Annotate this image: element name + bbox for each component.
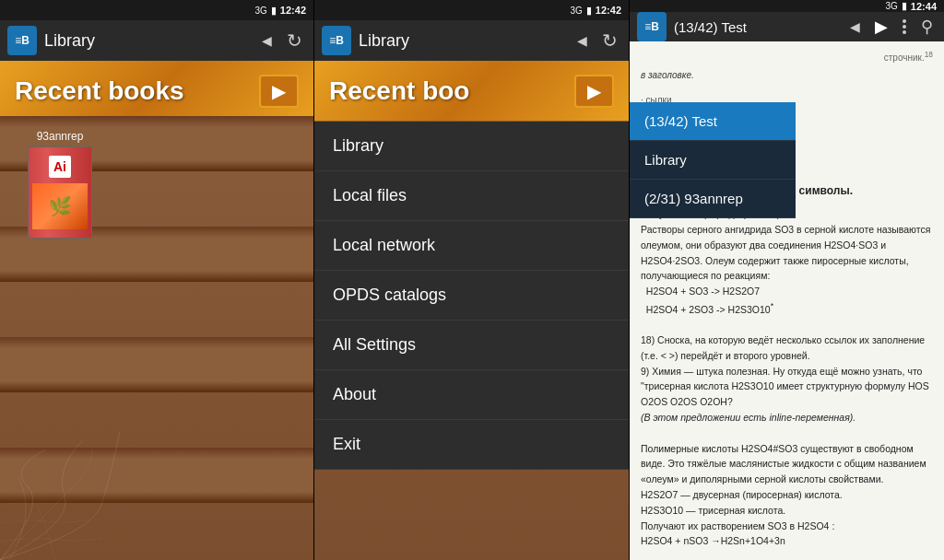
middle-back-icon[interactable]: ◀ — [573, 29, 591, 52]
middle-toolbar: ≡B Library ◀ ↻ — [314, 20, 629, 61]
right-panel: 3G ▮ 12:44 ≡B (13/42) Test ◀ ▶ ⚲ (13/4 — [629, 0, 944, 560]
book-item[interactable]: 93annrep Ai 🌿 — [28, 130, 92, 239]
adobe-logo: Ai — [49, 156, 71, 178]
right-search-icon[interactable]: ⚲ — [917, 13, 937, 41]
menu-item-local-network[interactable]: Local network — [314, 221, 629, 271]
left-refresh-icon[interactable]: ↻ — [283, 26, 306, 55]
right-logo: ≡B — [637, 12, 667, 41]
middle-signal: 3G — [571, 6, 583, 16]
book-label: 93annrep — [28, 130, 92, 143]
middle-status-icons: 3G ▮ 12:42 — [571, 5, 621, 17]
dropdown-menu: Library Local files Local network OPDS c… — [314, 122, 629, 470]
menu-item-library[interactable]: Library — [314, 122, 629, 171]
doc-heading-hint: в заголовке. — [641, 68, 933, 82]
cobweb-decoration — [0, 431, 313, 560]
left-bookshelf: Recent books ▶ 93annrep Ai 🌿 — [0, 61, 313, 560]
right-dropdown-item-library[interactable]: Library — [630, 141, 796, 180]
book-decoration: 🌿 — [49, 195, 72, 217]
menu-item-local-files[interactable]: Local files — [314, 171, 629, 221]
right-back-icon[interactable]: ◀ — [846, 16, 864, 38]
right-dropdown: (13/42) Test Library (2/31) 93annrep — [630, 102, 796, 218]
right-status-bar: 3G ▮ 12:44 — [630, 0, 944, 12]
left-logo-text: ≡B — [15, 34, 30, 47]
middle-logo: ≡B — [322, 26, 351, 55]
right-dots-menu[interactable] — [899, 16, 910, 38]
dot-3 — [903, 30, 906, 34]
right-logo-text: ≡B — [644, 20, 659, 33]
left-status-icons: 3G ▮ 12:42 — [255, 5, 306, 17]
right-signal: 3G — [886, 1, 898, 11]
middle-time: 12:42 — [596, 5, 621, 16]
right-battery-icon: ▮ — [902, 0, 907, 12]
middle-refresh-icon[interactable]: ↻ — [598, 26, 621, 55]
doc-body: ОлеумSubScript (подстрочник.) Растворы с… — [641, 206, 933, 560]
left-panel: 3G ▮ 12:42 ≡B Library ◀ ↻ Recent books ▶ — [0, 0, 313, 560]
middle-panel: 3G ▮ 12:42 ≡B Library ◀ ↻ Recent boo ▶ L… — [313, 0, 629, 560]
dot-1 — [903, 19, 906, 23]
left-battery-icon: ▮ — [271, 5, 277, 17]
left-toolbar-title: Library — [44, 31, 251, 51]
dropdown-overlay: Library Local files Local network OPDS c… — [314, 61, 629, 560]
middle-bookshelf: Recent boo ▶ Library Local files Local n… — [314, 61, 629, 560]
left-signal: 3G — [255, 6, 267, 16]
right-toolbar-title: (13/42) Test — [674, 19, 839, 35]
menu-item-about[interactable]: About — [314, 370, 629, 420]
right-status-icons: 3G ▮ 12:44 — [886, 0, 937, 12]
right-dropdown-item-test[interactable]: (13/42) Test — [630, 102, 796, 141]
left-time: 12:42 — [280, 5, 306, 16]
right-toolbar: ≡B (13/42) Test ◀ ▶ ⚲ — [630, 12, 944, 41]
middle-toolbar-title: Library — [359, 31, 566, 51]
shelf-3 — [0, 337, 313, 392]
recent-books-title: Recent books — [15, 76, 184, 106]
left-logo: ≡B — [7, 26, 37, 55]
doc-spacer-1 — [641, 86, 933, 93]
book-illustration: 🌿 — [32, 183, 88, 229]
recent-books-header: Recent books ▶ — [0, 61, 313, 121]
book-cover[interactable]: Ai 🌿 — [28, 146, 92, 239]
recent-books-arrow[interactable]: ▶ — [259, 75, 299, 108]
left-status-bar: 3G ▮ 12:42 — [0, 0, 313, 20]
right-next-icon[interactable]: ▶ — [871, 13, 891, 41]
middle-status-bar: 3G ▮ 12:42 — [314, 0, 629, 20]
menu-item-exit[interactable]: Exit — [314, 420, 629, 470]
middle-battery-icon: ▮ — [586, 5, 592, 17]
right-dropdown-item-annrep[interactable]: (2/31) 93annrep — [630, 180, 796, 218]
menu-item-all-settings[interactable]: All Settings — [314, 321, 629, 370]
doc-footnote: строчник.18 — [641, 49, 933, 64]
left-toolbar: ≡B Library ◀ ↻ — [0, 20, 313, 61]
right-time: 12:44 — [911, 1, 937, 12]
menu-item-opds-catalogs[interactable]: OPDS catalogs — [314, 271, 629, 321]
left-back-icon[interactable]: ◀ — [258, 29, 276, 52]
book-cover-inner: Ai 🌿 — [29, 147, 91, 238]
adobe-logo-text: Ai — [53, 159, 66, 174]
dot-2 — [903, 25, 906, 29]
middle-logo-text: ≡B — [329, 34, 344, 47]
right-content: (13/42) Test Library (2/31) 93annrep стр… — [630, 41, 944, 560]
